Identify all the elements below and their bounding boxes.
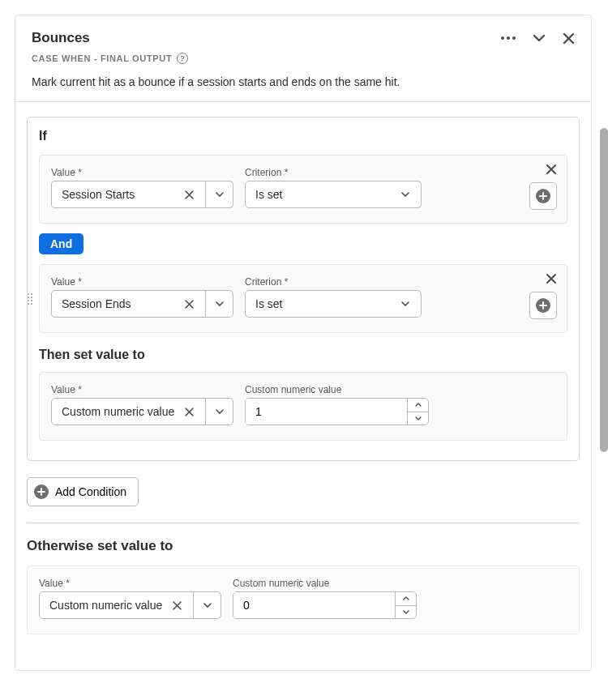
clear-value-icon[interactable] — [173, 601, 186, 610]
plus-icon — [34, 484, 49, 499]
value-combobox[interactable]: Custom numeric value — [51, 398, 233, 425]
remove-condition-icon[interactable] — [546, 273, 557, 288]
numeric-label: Custom numeric value — [245, 384, 429, 395]
drag-handle-icon[interactable] — [28, 293, 32, 305]
chevron-down-icon — [393, 301, 417, 307]
stepper-down-icon[interactable] — [408, 412, 428, 425]
clear-value-icon[interactable] — [185, 190, 199, 199]
value-combobox[interactable]: Session Ends — [51, 290, 233, 318]
collapse-icon[interactable] — [533, 34, 545, 42]
then-heading: Then set value to — [39, 348, 567, 362]
criterion-text: Is set — [255, 297, 282, 310]
add-condition-button[interactable]: Add Condition — [27, 477, 139, 506]
numeric-label: Custom numeric value — [233, 578, 417, 589]
plus-icon — [536, 189, 550, 203]
stepper-down-icon[interactable] — [396, 606, 416, 619]
panel-description: Mark current hit as a bounce if a sessio… — [32, 75, 575, 88]
if-block: If Value Session Starts — [27, 117, 580, 461]
panel-header: Bounces CASE WHEN - FINAL OUTPUT ? — [15, 15, 591, 102]
value-text: Session Ends — [62, 297, 131, 310]
add-criterion-button[interactable] — [529, 292, 557, 319]
scrollbar[interactable] — [600, 128, 608, 452]
clear-value-icon[interactable] — [185, 408, 199, 416]
numeric-stepper[interactable] — [233, 591, 417, 619]
remove-condition-icon[interactable] — [546, 164, 557, 178]
otherwise-heading: Otherwise set value to — [27, 538, 580, 554]
bounces-panel: Bounces CASE WHEN - FINAL OUTPUT ? — [15, 15, 592, 671]
value-text: Session Starts — [62, 188, 135, 201]
divider — [27, 523, 580, 523]
more-icon[interactable] — [501, 36, 516, 40]
value-label: Value — [51, 276, 233, 288]
value-dropdown-icon[interactable] — [205, 291, 233, 317]
numeric-stepper[interactable] — [245, 398, 429, 425]
panel-subtitle: CASE WHEN - FINAL OUTPUT — [32, 53, 172, 63]
condition-card: Value Session Ends — [39, 264, 567, 333]
add-criterion-button[interactable] — [529, 182, 557, 210]
criterion-select[interactable]: Is set — [245, 181, 422, 208]
criterion-text: Is set — [255, 188, 282, 201]
stepper-up-icon[interactable] — [408, 399, 428, 412]
value-text: Custom numeric value — [62, 405, 174, 418]
svg-point-0 — [501, 36, 504, 40]
value-label: Value — [39, 578, 221, 589]
value-label: Value — [51, 384, 233, 395]
and-operator-button[interactable]: And — [39, 233, 83, 254]
chevron-down-icon — [393, 192, 417, 198]
svg-point-2 — [512, 36, 516, 40]
criterion-select[interactable]: Is set — [245, 290, 422, 318]
panel-title: Bounces — [32, 30, 90, 46]
then-card: Value Custom numeric value — [39, 372, 567, 441]
criterion-label: Criterion — [245, 167, 422, 178]
value-dropdown-icon[interactable] — [205, 181, 233, 207]
value-dropdown-icon[interactable] — [193, 592, 221, 618]
numeric-input[interactable] — [246, 399, 407, 425]
svg-point-1 — [507, 36, 510, 40]
add-condition-label: Add Condition — [55, 485, 126, 498]
value-combobox[interactable]: Custom numeric value — [39, 591, 221, 619]
value-label: Value — [51, 167, 233, 178]
value-combobox[interactable]: Session Starts — [51, 181, 233, 208]
value-dropdown-icon[interactable] — [205, 399, 233, 425]
if-heading: If — [39, 129, 567, 143]
numeric-input[interactable] — [233, 592, 395, 618]
criterion-label: Criterion — [245, 276, 422, 288]
stepper-up-icon[interactable] — [396, 592, 416, 606]
help-icon[interactable]: ? — [177, 53, 188, 64]
otherwise-card: Value Custom numeric value — [27, 566, 580, 634]
value-text: Custom numeric value — [49, 599, 162, 612]
condition-card: Value Session Starts — [39, 155, 567, 224]
plus-icon — [536, 298, 550, 313]
close-icon[interactable] — [563, 32, 575, 45]
clear-value-icon[interactable] — [185, 300, 199, 309]
